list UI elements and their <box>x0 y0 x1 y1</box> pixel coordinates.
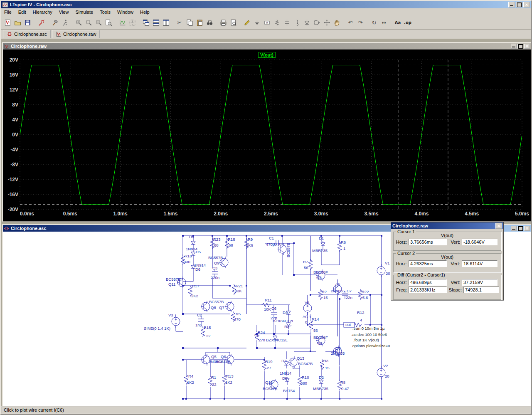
undo-button[interactable]: ↶ <box>345 18 355 28</box>
schematic-label[interactable]: R5 <box>236 311 241 316</box>
schematic-label[interactable]: 22 <box>212 382 217 387</box>
schematic-label[interactable]: R15 <box>204 325 211 330</box>
schematic-label[interactable]: R19 <box>265 359 272 364</box>
schematic-label[interactable]: C5 <box>254 333 259 337</box>
schematic-label[interactable]: R4 <box>188 374 193 378</box>
spice-directive-text[interactable]: .four 1K V(out) <box>353 338 379 342</box>
schematic-label[interactable]: Q10 <box>274 242 281 246</box>
schematic-label[interactable]: 1K2 <box>187 380 194 385</box>
menu-hierarchy[interactable]: Hierarchy <box>30 9 56 15</box>
schematic-label[interactable]: R21 <box>236 284 243 288</box>
schematic-label[interactable]: 2N3055 <box>331 289 345 293</box>
schematic-label[interactable]: Q13 <box>297 356 304 361</box>
tab-circlophone-raw[interactable]: Circlophone.raw <box>52 30 100 38</box>
schematic-label[interactable]: BZX84C12L <box>273 319 294 323</box>
schematic-label[interactable]: V4 <box>305 300 310 305</box>
tile-horizontally-button[interactable] <box>151 18 161 28</box>
schematic-label[interactable]: Q11 <box>168 282 175 287</box>
schematic-label[interactable]: D2 <box>319 375 324 380</box>
spice-directive-text[interactable]: .tran 0 10m 5m 1µ <box>352 326 385 331</box>
dio-symbol[interactable] <box>319 379 323 387</box>
menu-edit[interactable]: Edit <box>15 9 30 15</box>
schematic-label[interactable]: Q2 <box>316 275 322 280</box>
schematic-label[interactable]: 220n <box>211 275 219 280</box>
cascade-windows-button[interactable] <box>141 18 151 28</box>
schematic-label[interactable]: MBR735 <box>313 386 328 391</box>
label-net-button[interactable]: A <box>262 18 272 28</box>
schematic-label[interactable]: 330 <box>184 259 190 264</box>
schematic-label[interactable]: 33K <box>235 289 242 293</box>
drag-button[interactable] <box>332 18 342 28</box>
schematic-label[interactable]: Q7 <box>219 305 224 310</box>
cursor-panel-titlebar[interactable]: Circlophone.raw <box>391 222 503 229</box>
rotate-button[interactable]: ↻ <box>369 18 379 28</box>
schematic-label[interactable]: 20 <box>386 271 390 276</box>
schematic-label[interactable]: 27 <box>267 366 271 370</box>
schematic-label[interactable]: 56 <box>304 265 308 270</box>
schematic-label[interactable]: 1N914 <box>280 371 291 375</box>
schematic-label[interactable]: V2 <box>383 363 388 368</box>
schematic-label[interactable]: R18 <box>228 237 235 242</box>
cut-button[interactable]: ✂ <box>175 18 185 28</box>
tab-circlophone-asc[interactable]: Circlophone.asc <box>3 30 51 38</box>
schematic-label[interactable]: 2N3055 <box>331 351 345 356</box>
place-diode-button[interactable] <box>302 18 312 28</box>
close-icon[interactable] <box>524 44 530 49</box>
schematic-label[interactable]: out <box>345 322 351 327</box>
schematic-label[interactable]: R8 <box>340 380 345 385</box>
vout-trace[interactable] <box>20 65 522 205</box>
place-text-button[interactable]: Aa <box>393 18 403 28</box>
minimize-button[interactable] <box>511 226 517 231</box>
schematic-label[interactable]: Q9 <box>214 261 219 265</box>
schematic-label[interactable]: 68 <box>229 243 233 247</box>
minimize-button[interactable] <box>508 2 515 7</box>
schematic-label[interactable]: C6 <box>271 306 276 311</box>
redo-button[interactable]: ↷ <box>355 18 365 28</box>
schematic-label[interactable]: 2K2 <box>191 294 198 298</box>
place-resistor-button[interactable] <box>272 18 282 28</box>
schematic-label[interactable]: 470 <box>234 317 241 321</box>
schematic-label[interactable]: R14 <box>312 317 319 321</box>
schematic-label[interactable]: Q12 <box>265 380 273 385</box>
schematic-label[interactable]: D4 <box>283 310 288 315</box>
schematic-label[interactable]: 0 <box>305 320 307 324</box>
trace-label-chip[interactable]: V(out) <box>258 52 276 58</box>
move-button[interactable] <box>322 18 332 28</box>
schematic-label[interactable]: 680 <box>300 381 307 385</box>
minimize-button[interactable] <box>511 44 517 49</box>
grid-button[interactable] <box>127 18 137 28</box>
schematic-label[interactable]: Q6 <box>221 354 226 359</box>
schematic-label[interactable]: 1K2 <box>225 380 232 385</box>
place-capacitor-button[interactable] <box>282 18 292 28</box>
schematic-label[interactable]: 470p <box>266 242 275 247</box>
dio-symbol[interactable] <box>191 251 195 259</box>
schematic-label[interactable]: 5K6 <box>246 243 253 247</box>
schematic-label[interactable]: Q8 <box>211 305 216 310</box>
schematic-label[interactable]: V3 <box>168 313 173 317</box>
schematic-label[interactable]: R2 <box>322 289 327 294</box>
schematic-label[interactable]: BC547B <box>298 361 313 366</box>
place-component-button[interactable] <box>312 18 322 28</box>
print-preview-button[interactable] <box>228 18 238 28</box>
run-button[interactable] <box>60 18 70 28</box>
schematic-label[interactable]: BC547B <box>263 386 277 391</box>
schematic-label[interactable]: BZX84C12L <box>266 338 288 342</box>
schematic-label[interactable]: R3 <box>323 358 328 363</box>
schematic-label[interactable]: D9 <box>189 235 194 239</box>
draw-wire-button[interactable] <box>242 18 252 28</box>
zoom-back-button[interactable] <box>84 18 94 28</box>
schematic-label[interactable]: 15 <box>323 295 328 300</box>
open-button[interactable] <box>12 18 22 28</box>
schematic-label[interactable]: BD138F <box>313 335 328 340</box>
autorange-y-axis-button[interactable] <box>117 18 127 28</box>
schematic-label[interactable]: 15 <box>325 366 330 370</box>
schematic-label[interactable]: C3 <box>212 266 217 270</box>
zoom-out-button[interactable] <box>94 18 103 28</box>
schematic-label[interactable]: D8 <box>282 376 287 380</box>
schematic-label[interactable]: R6 <box>341 240 346 245</box>
find-button[interactable] <box>204 18 214 28</box>
maximize-button[interactable] <box>516 2 522 7</box>
save-button[interactable] <box>22 18 32 28</box>
paste-button[interactable] <box>195 18 204 28</box>
schematic-label[interactable]: BC557B <box>166 277 180 282</box>
